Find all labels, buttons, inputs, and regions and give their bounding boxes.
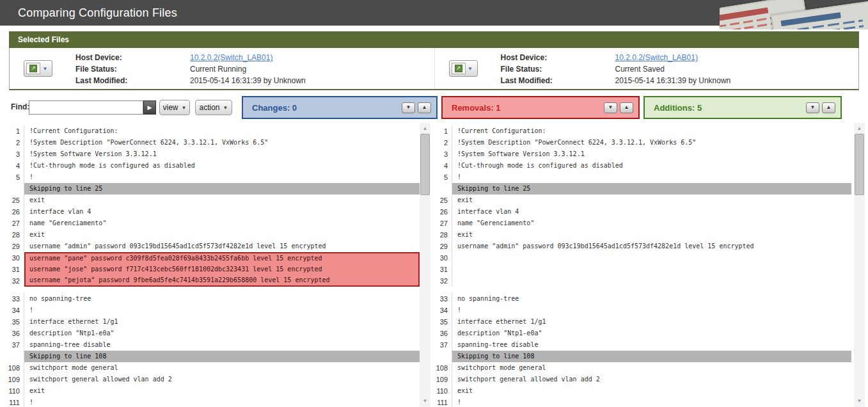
line-number: 28 (0, 229, 24, 241)
last-modified-value: 2015-05-14 16:31:39 by Unknown (190, 76, 306, 85)
line-text: exit (452, 195, 851, 206)
scroll-up-icon[interactable]: ▲ (420, 124, 430, 133)
line-text: ! (24, 305, 420, 316)
line-number: 31 (434, 264, 452, 275)
jump-up-icon: ▲ (624, 104, 629, 110)
line-text: username "admin" password 093c19bd15645a… (24, 241, 420, 252)
line-number: 32 (0, 275, 24, 287)
code-line: 34! (434, 305, 851, 316)
comparing-configuration-files-window: Comparing Configuration Files Selected F… (0, 0, 868, 407)
dropdown-caret-icon: ▼ (182, 105, 187, 111)
scroll-down-icon[interactable]: ▼ (420, 397, 430, 406)
line-number: 29 (434, 241, 452, 252)
removed-line: 32username "pejota" password 9fbe6ad5fe4… (0, 275, 420, 287)
skip-banner[interactable]: Skipping to line 108 (434, 351, 851, 362)
line-number: 2 (434, 137, 452, 148)
file-status-value: Current Saved (615, 65, 731, 74)
line-number: 110 (434, 385, 452, 397)
line-text: switchport mode general (24, 362, 420, 374)
code-line: 29username "admin" password 093c19bd1564… (0, 241, 420, 252)
view-menu-button[interactable]: view ▼ (159, 100, 190, 115)
row-spacer (434, 287, 851, 293)
code-line: 5! (434, 172, 851, 183)
dropdown-caret-icon: ▼ (223, 105, 228, 111)
line-text: exit (24, 229, 420, 241)
line-number: 109 (0, 374, 24, 385)
line-number: 29 (0, 241, 24, 252)
line-text: spanning-tree disable (24, 339, 420, 351)
line-text: Skipping to line 25 (24, 183, 420, 195)
line-text: no spanning-tree (24, 293, 420, 305)
line-text: Skipping to line 25 (452, 183, 851, 195)
right-pane-scrollbar[interactable]: ▲ ▼ (854, 123, 865, 407)
code-line: 109switchport general allowed vlan add 2 (0, 374, 420, 385)
line-text: !Current Configuration: (24, 125, 420, 137)
line-number (434, 351, 452, 362)
line-number: 27 (0, 218, 24, 229)
line-number: 25 (0, 195, 24, 206)
selected-files-panel: ↗ ▼ Host Device: 10.2.0.2(Switch_LAB01) … (9, 48, 859, 90)
right-file-menu-button[interactable]: ↗ ▼ (449, 60, 478, 77)
find-go-button[interactable]: ▶ (143, 100, 156, 115)
line-number: 33 (434, 293, 452, 305)
line-number: 34 (434, 305, 452, 316)
skip-banner[interactable]: Skipping to line 25 (434, 183, 851, 195)
scrollbar-thumb[interactable] (855, 134, 864, 195)
jump-up-icon: ▲ (826, 104, 832, 110)
line-text: interface vlan 4 (452, 206, 851, 218)
line-text: !Current Configuration: (452, 125, 851, 137)
previous-removal-button[interactable]: ▲ (620, 102, 633, 113)
host-device-link[interactable]: 10.2.0.2(Switch_LAB01) (615, 53, 731, 62)
scrollbar-thumb[interactable] (420, 134, 430, 195)
next-change-button[interactable]: ▼ (402, 102, 415, 113)
line-number: 33 (0, 293, 24, 305)
last-modified-label: Last Modified: (75, 76, 190, 85)
selected-files-section: Selected Files ↗ ▼ Host Device: 10.2.0.2… (9, 31, 859, 90)
next-addition-button[interactable]: ▼ (806, 102, 819, 113)
previous-change-button[interactable]: ▲ (418, 102, 431, 113)
action-menu-button[interactable]: action ▼ (195, 100, 232, 115)
code-line: 109switchport general allowed vlan add 2 (434, 374, 851, 385)
code-line: 3!System Software Version 3.3.12.1 (0, 148, 420, 160)
code-line: 33no spanning-tree (434, 293, 851, 305)
jump-up-icon: ▲ (422, 104, 427, 110)
next-removal-button[interactable]: ▼ (604, 102, 617, 113)
line-text: exit (452, 229, 851, 241)
scroll-down-icon[interactable]: ▼ (854, 397, 865, 406)
line-number: 30 (434, 252, 452, 264)
line-number: 3 (0, 148, 24, 160)
line-number: 5 (0, 172, 24, 183)
code-line: 37spanning-tree disable (434, 339, 851, 351)
line-number: 5 (434, 172, 452, 183)
code-line: 1!Current Configuration: (434, 125, 851, 137)
dropdown-caret-icon: ▼ (40, 66, 50, 72)
code-line: 27name "Gerenciamento" (434, 218, 851, 229)
host-device-link[interactable]: 10.2.0.2(Switch_LAB01) (190, 53, 306, 62)
code-line: 5! (0, 172, 420, 183)
code-line: 25exit (0, 195, 420, 206)
line-number (0, 351, 24, 362)
line-text: ! (452, 172, 851, 183)
line-number: 2 (0, 137, 24, 148)
last-modified-label: Last Modified: (501, 76, 615, 85)
line-text: ! (24, 397, 420, 407)
host-device-label: Host Device: (75, 53, 190, 62)
changes-count-label: Changes: 0 (252, 103, 399, 113)
removed-line: 30username "pane" password c309f8d5fea02… (0, 252, 420, 264)
line-number: 32 (434, 275, 452, 287)
skip-banner[interactable]: Skipping to line 25 (0, 183, 420, 195)
line-text: username "jose" password f717c413cebc560… (24, 264, 420, 275)
scroll-up-icon[interactable]: ▲ (854, 124, 865, 133)
skip-banner[interactable]: Skipping to line 108 (0, 351, 420, 362)
file-status-value: Current Running (190, 65, 306, 74)
file-status-label: File Status: (75, 65, 190, 74)
documents-illustration (720, 0, 868, 29)
left-file-menu-button[interactable]: ↗ ▼ (24, 60, 52, 77)
previous-addition-button[interactable]: ▲ (822, 102, 835, 113)
line-text (452, 275, 851, 287)
line-text: exit (24, 385, 420, 397)
find-input[interactable] (29, 100, 143, 115)
line-text: interface ethernet 1/g1 (452, 316, 851, 328)
code-line: 29username "admin" password 093c19bd1564… (434, 241, 851, 252)
left-pane-scrollbar[interactable]: ▲ ▼ (420, 123, 430, 407)
